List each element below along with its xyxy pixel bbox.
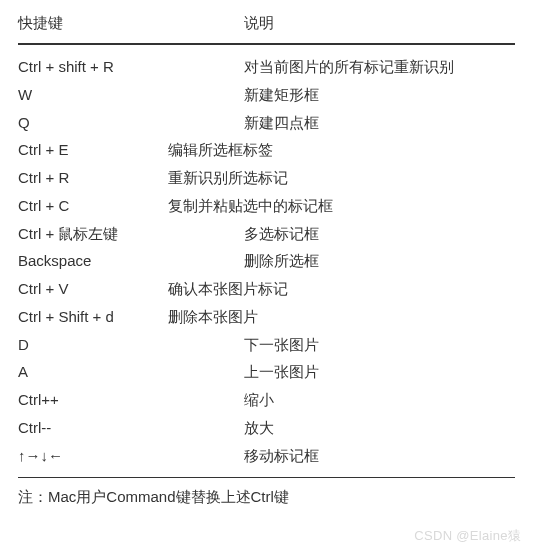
header-key: 快捷键 xyxy=(18,14,244,33)
shortcut-desc: 新建四点框 xyxy=(244,109,515,137)
table-row: Q新建四点框 xyxy=(18,109,515,137)
shortcut-desc: 移动标记框 xyxy=(244,442,515,470)
table-row: W新建矩形框 xyxy=(18,81,515,109)
shortcut-key: Ctrl + 鼠标左键 xyxy=(18,220,244,248)
watermark: CSDN @Elaine猿 xyxy=(414,527,521,545)
shortcut-key: Ctrl + E xyxy=(18,136,168,164)
table-row: D下一张图片 xyxy=(18,331,515,359)
header-desc: 说明 xyxy=(244,14,515,33)
table-row: Ctrl + V确认本张图片标记 xyxy=(18,275,515,303)
shortcut-key: Ctrl + R xyxy=(18,164,168,192)
shortcut-key: Ctrl + shift + R xyxy=(18,53,244,81)
shortcut-table: 快捷键 说明 Ctrl + shift + R对当前图片的所有标记重新识别W新建… xyxy=(18,14,515,507)
shortcut-key: Ctrl + V xyxy=(18,275,168,303)
table-row: Ctrl--放大 xyxy=(18,414,515,442)
shortcut-desc: 新建矩形框 xyxy=(244,81,515,109)
footnote: 注：Mac用户Command键替换上述Ctrl键 xyxy=(18,488,515,507)
shortcut-key: ↑→↓← xyxy=(18,442,244,470)
table-row: Ctrl + E编辑所选框标签 xyxy=(18,136,515,164)
table-row: ↑→↓←移动标记框 xyxy=(18,442,515,470)
shortcut-desc: 复制并粘贴选中的标记框 xyxy=(168,192,515,220)
divider-bottom xyxy=(18,477,515,478)
shortcut-desc: 对当前图片的所有标记重新识别 xyxy=(244,53,515,81)
table-row: Backspace删除所选框 xyxy=(18,247,515,275)
shortcut-key: Backspace xyxy=(18,247,244,275)
shortcut-desc: 删除所选框 xyxy=(244,247,515,275)
table-row: Ctrl + Shift + d删除本张图片 xyxy=(18,303,515,331)
shortcut-desc: 编辑所选框标签 xyxy=(168,136,515,164)
shortcut-desc: 放大 xyxy=(244,414,515,442)
table-row: Ctrl + R重新识别所选标记 xyxy=(18,164,515,192)
divider-top xyxy=(18,43,515,45)
shortcut-desc: 下一张图片 xyxy=(244,331,515,359)
shortcut-key: Ctrl++ xyxy=(18,386,244,414)
table-row: A上一张图片 xyxy=(18,358,515,386)
shortcut-desc: 缩小 xyxy=(244,386,515,414)
shortcut-key: Ctrl + C xyxy=(18,192,168,220)
shortcut-desc: 确认本张图片标记 xyxy=(168,275,515,303)
shortcut-desc: 重新识别所选标记 xyxy=(168,164,515,192)
shortcut-key: D xyxy=(18,331,244,359)
shortcut-desc: 上一张图片 xyxy=(244,358,515,386)
shortcut-desc: 删除本张图片 xyxy=(168,303,515,331)
shortcut-key: Q xyxy=(18,109,244,137)
table-row: Ctrl + 鼠标左键多选标记框 xyxy=(18,220,515,248)
table-row: Ctrl++缩小 xyxy=(18,386,515,414)
shortcut-key: W xyxy=(18,81,244,109)
shortcut-key: Ctrl + Shift + d xyxy=(18,303,168,331)
shortcut-key: A xyxy=(18,358,244,386)
shortcut-key: Ctrl-- xyxy=(18,414,244,442)
table-row: Ctrl + shift + R对当前图片的所有标记重新识别 xyxy=(18,53,515,81)
table-header: 快捷键 说明 xyxy=(18,14,515,33)
table-row: Ctrl + C复制并粘贴选中的标记框 xyxy=(18,192,515,220)
shortcut-desc: 多选标记框 xyxy=(244,220,515,248)
table-body: Ctrl + shift + R对当前图片的所有标记重新识别W新建矩形框Q新建四… xyxy=(18,53,515,469)
